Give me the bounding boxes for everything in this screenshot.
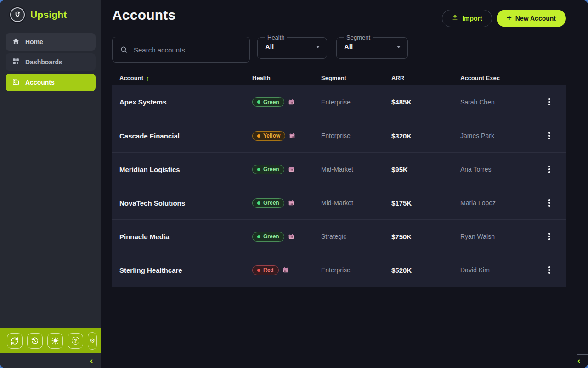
sidebar-item-accounts[interactable]: Accounts (6, 74, 96, 91)
calendar-icon[interactable] (288, 200, 294, 206)
table-row[interactable]: Pinnacle Media Green Strategic $750K Rya… (112, 219, 566, 253)
table-row[interactable]: NovaTech Solutions Green Mid-Market $175… (112, 186, 566, 219)
sync-icon[interactable] (7, 333, 23, 349)
account-name-cell: NovaTech Solutions (112, 199, 252, 207)
account-exec-cell: Maria Lopez (460, 199, 535, 207)
calendar-icon[interactable] (288, 233, 294, 240)
import-button[interactable]: Import (442, 10, 492, 27)
table-header-row: Account ↑ Health Segment ARR Account Exe… (112, 71, 566, 85)
account-exec-cell: James Park (460, 132, 535, 139)
history-icon[interactable] (27, 333, 43, 349)
column-header-arr[interactable]: ARR (391, 75, 460, 81)
sidebar-item-home[interactable]: Home (6, 33, 96, 51)
upload-icon (452, 14, 458, 23)
chevron-down-icon (396, 46, 401, 48)
health-cell: Green (252, 97, 321, 107)
health-status-badge: Green (252, 165, 284, 174)
settings-gear-icon[interactable]: ⚙ (88, 332, 97, 350)
table-row[interactable]: Sterling Healthcare Red Enterprise $520K… (112, 253, 566, 287)
accounts-icon (12, 78, 20, 87)
arr-cell: $320K (391, 132, 460, 140)
segment-cell: Strategic (321, 233, 391, 240)
status-dot-icon (257, 235, 260, 238)
sidebar-nav: Home Dashboards Accounts (6, 33, 96, 91)
new-account-label: New Account (515, 15, 556, 22)
row-actions-kebab-icon[interactable] (543, 163, 556, 176)
status-dot-icon (257, 201, 260, 205)
sidebar-collapse-chevron-icon[interactable]: ‹ (90, 356, 93, 365)
health-status-badge: Red (252, 265, 279, 275)
help-icon[interactable]: ? (68, 333, 83, 349)
arr-cell: $520K (391, 266, 460, 274)
account-name-cell: Sterling Healthcare (112, 266, 252, 274)
row-actions-kebab-icon[interactable] (543, 264, 556, 276)
health-filter-select[interactable]: Health All (257, 34, 327, 59)
header-actions: Import + New Account (442, 10, 566, 27)
segment-cell: Mid-Market (321, 199, 391, 207)
status-dot-icon (257, 269, 260, 272)
health-cell: Red (252, 265, 321, 275)
sidebar-item-dashboards[interactable]: Dashboards (6, 53, 96, 71)
health-status-badge: Green (252, 198, 284, 208)
table-row[interactable]: Apex Systems Green Enterprise $485K Sara… (112, 85, 566, 119)
account-exec-cell: Ryan Walsh (460, 233, 535, 240)
brand-name: Upsight (30, 9, 67, 20)
arr-cell: $750K (391, 233, 460, 241)
status-dot-icon (257, 168, 260, 171)
column-header-account[interactable]: Account ↑ (112, 75, 252, 82)
right-panel-collapse-chevron-icon[interactable]: ‹ (577, 356, 580, 365)
health-filter-label: Health (265, 34, 287, 41)
segment-cell: Mid-Market (321, 166, 391, 173)
page-title: Accounts (112, 7, 175, 23)
segment-filter-select[interactable]: Segment All (336, 34, 408, 59)
calendar-icon[interactable] (289, 132, 295, 139)
health-cell: Yellow (252, 131, 321, 141)
calendar-icon[interactable] (288, 166, 294, 172)
arr-cell: $95K (391, 166, 460, 173)
account-name-cell: Cascade Financial (112, 132, 252, 140)
account-exec-cell: Sarah Chen (460, 98, 535, 106)
row-actions-kebab-icon[interactable] (543, 129, 556, 142)
sidebar-item-label: Accounts (25, 79, 55, 86)
segment-filter-value: All (344, 43, 353, 51)
table-row[interactable]: Meridian Logistics Green Mid-Market $95K… (112, 152, 566, 186)
brightness-icon[interactable] (47, 333, 63, 349)
table-row[interactable]: Cascade Financial Yellow Enterprise $320… (112, 119, 566, 152)
accounts-table: Account ↑ Health Segment ARR Account Exe… (112, 71, 566, 287)
column-header-health[interactable]: Health (252, 75, 321, 81)
status-dot-icon (257, 100, 260, 104)
sort-ascending-icon: ↑ (146, 75, 149, 82)
arr-cell: $175K (391, 199, 460, 207)
sidebar-toolbar: ? ⚙ (0, 328, 101, 353)
dashboards-icon (12, 58, 20, 67)
calendar-icon[interactable] (288, 99, 294, 105)
health-cell: Green (252, 232, 321, 242)
search-input[interactable] (134, 46, 242, 54)
account-name-cell: Pinnacle Media (112, 233, 252, 241)
row-actions-kebab-icon[interactable] (543, 96, 556, 109)
filters-bar: Health All Segment All (112, 34, 408, 63)
status-dot-icon (257, 134, 260, 138)
search-box[interactable] (112, 37, 250, 63)
chevron-down-icon (316, 46, 320, 48)
health-cell: Green (252, 165, 321, 174)
account-exec-cell: David Kim (460, 266, 535, 274)
table-body: Apex Systems Green Enterprise $485K Sara… (112, 85, 566, 287)
new-account-button[interactable]: + New Account (497, 10, 566, 27)
plus-icon: + (507, 13, 512, 23)
health-status-badge: Yellow (252, 131, 285, 141)
health-status-badge: Green (252, 97, 284, 107)
segment-cell: Enterprise (321, 132, 391, 139)
account-name-cell: Apex Systems (112, 98, 252, 106)
brand: Upsight (0, 0, 101, 22)
column-header-segment[interactable]: Segment (321, 75, 391, 81)
segment-cell: Enterprise (321, 266, 391, 274)
question-glyph: ? (72, 337, 79, 345)
row-actions-kebab-icon[interactable] (543, 230, 556, 243)
segment-cell: Enterprise (321, 98, 391, 106)
column-header-account-exec[interactable]: Account Exec (460, 75, 535, 81)
calendar-icon[interactable] (283, 267, 289, 273)
home-icon (12, 37, 20, 46)
row-actions-kebab-icon[interactable] (543, 196, 556, 209)
health-filter-value: All (265, 43, 274, 51)
